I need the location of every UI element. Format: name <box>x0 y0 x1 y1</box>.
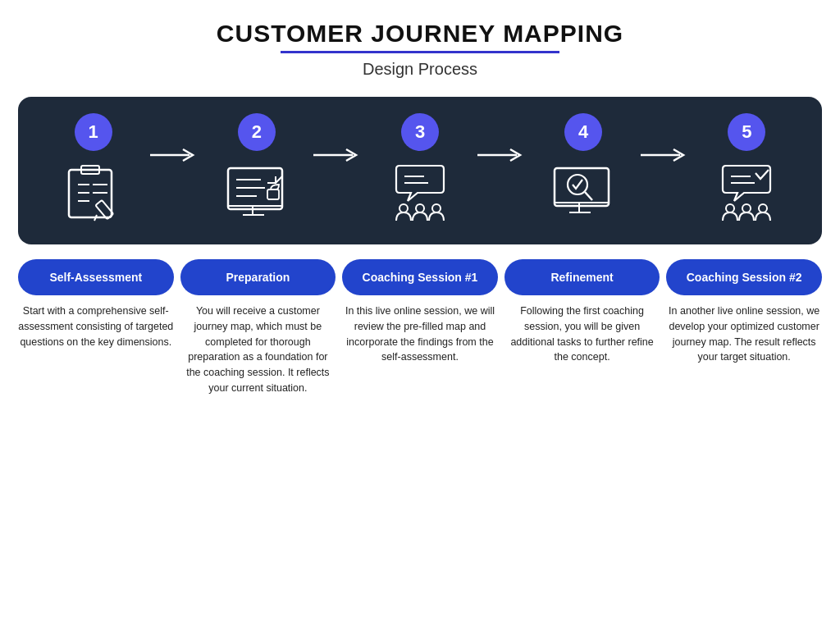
card-5: Coaching Session #2 In another live onli… <box>666 259 822 396</box>
card-5-label: Coaching Session #2 <box>666 259 822 295</box>
arrow-2 <box>312 146 364 164</box>
step-3-number: 3 <box>401 113 439 151</box>
main-title: CUSTOMER JOURNEY MAPPING <box>217 20 623 48</box>
card-1-text: Start with a comprehensive self-assessme… <box>18 304 174 349</box>
title-underline <box>281 51 559 53</box>
step-5: 5 <box>692 113 802 225</box>
step-4: 4 <box>528 113 639 225</box>
card-3-text: In this live online session, we will rev… <box>342 304 498 365</box>
svg-point-23 <box>432 204 441 212</box>
step-4-icon <box>538 159 628 225</box>
svg-point-36 <box>759 204 767 212</box>
svg-rect-17 <box>267 189 279 199</box>
step-1-number: 1 <box>75 113 112 151</box>
step-5-icon <box>701 159 792 225</box>
card-2-label: Preparation <box>180 259 336 295</box>
svg-point-35 <box>742 204 751 212</box>
step-3-icon <box>375 159 465 225</box>
arrow-3 <box>476 146 528 164</box>
card-3: Coaching Session #1 In this live online … <box>342 259 498 396</box>
cards-row: Self-Assessment Start with a comprehensi… <box>18 259 822 396</box>
banner: 1 <box>18 97 822 244</box>
arrow-1 <box>148 146 201 164</box>
step-5-number: 5 <box>728 113 765 151</box>
svg-rect-25 <box>555 168 609 206</box>
page-wrapper: CUSTOMER JOURNEY MAPPING Design Process … <box>0 0 840 630</box>
step-2: 2 <box>201 113 312 225</box>
step-2-icon <box>212 159 302 225</box>
subtitle: Design Process <box>363 60 477 79</box>
card-2: Preparation You will receive a customer … <box>180 259 336 396</box>
svg-line-8 <box>94 215 97 221</box>
card-4: Refinement Following the first coaching … <box>504 259 660 396</box>
card-4-label: Refinement <box>504 259 660 295</box>
svg-point-22 <box>416 204 424 212</box>
svg-point-21 <box>399 204 408 212</box>
step-4-number: 4 <box>564 113 602 151</box>
card-1-label: Self-Assessment <box>18 259 174 295</box>
card-3-label: Coaching Session #1 <box>342 259 498 295</box>
steps-row: 1 <box>38 113 802 225</box>
step-1: 1 <box>38 113 148 225</box>
step-3: 3 <box>364 113 475 225</box>
card-2-text: You will receive a customer journey map,… <box>180 304 336 396</box>
card-5-text: In another live online session, we devel… <box>666 304 822 365</box>
step-1-icon <box>48 159 139 225</box>
card-1: Self-Assessment Start with a comprehensi… <box>18 259 174 396</box>
svg-point-34 <box>726 204 734 212</box>
card-4-text: Following the first coaching session, yo… <box>504 304 660 365</box>
arrow-4 <box>639 146 692 164</box>
svg-point-29 <box>568 175 587 194</box>
svg-line-30 <box>585 192 592 200</box>
step-2-number: 2 <box>238 113 276 151</box>
